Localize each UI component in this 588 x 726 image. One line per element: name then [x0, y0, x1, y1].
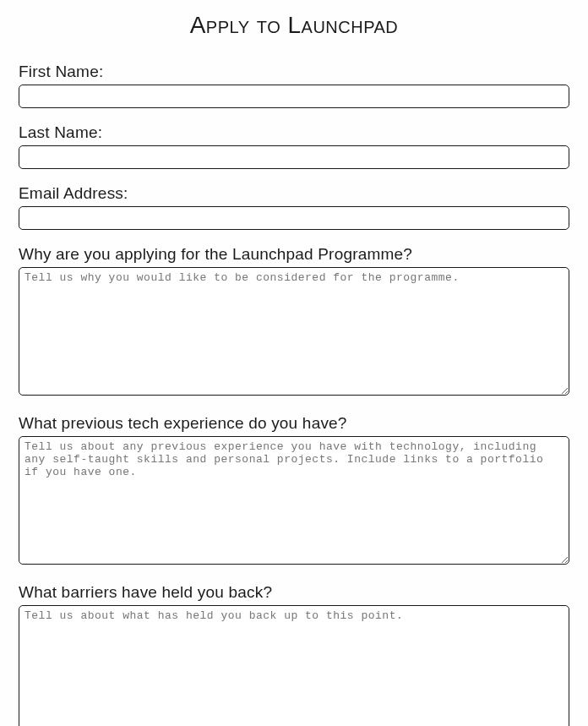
email-group: Email Address:: [19, 184, 569, 230]
first-name-input[interactable]: [19, 85, 569, 108]
why-applying-group: Why are you applying for the Launchpad P…: [19, 245, 569, 399]
last-name-input[interactable]: [19, 145, 569, 169]
tech-experience-group: What previous tech experience do you hav…: [19, 414, 569, 568]
first-name-label: First Name:: [19, 63, 569, 81]
barriers-textarea[interactable]: [19, 605, 569, 726]
first-name-group: First Name:: [19, 63, 569, 108]
last-name-label: Last Name:: [19, 123, 569, 142]
why-applying-textarea[interactable]: [19, 267, 569, 396]
barriers-group: What barriers have held you back?: [19, 583, 569, 726]
page-title: Apply to Launchpad: [19, 12, 569, 39]
why-applying-label: Why are you applying for the Launchpad P…: [19, 245, 569, 264]
last-name-group: Last Name:: [19, 123, 569, 169]
email-label: Email Address:: [19, 184, 569, 203]
tech-experience-label: What previous tech experience do you hav…: [19, 414, 569, 433]
tech-experience-textarea[interactable]: [19, 436, 569, 565]
email-input[interactable]: [19, 206, 569, 230]
barriers-label: What barriers have held you back?: [19, 583, 569, 602]
